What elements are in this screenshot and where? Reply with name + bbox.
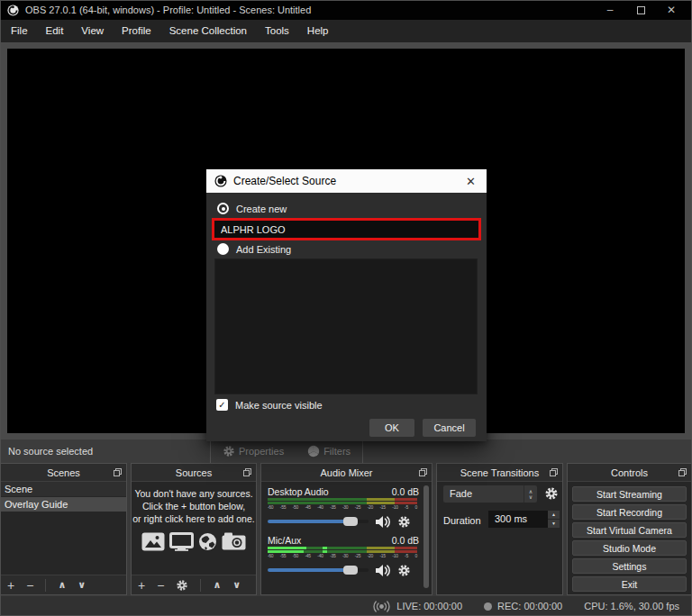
move-scene-down-button[interactable]: ∨ — [77, 579, 86, 591]
volume-slider[interactable] — [268, 562, 369, 578]
menu-scene-collection[interactable]: Scene Collection — [160, 20, 256, 42]
scene-list-item[interactable]: Scene — [1, 482, 126, 496]
meter-scale: -60-55-50-45-40-35-30-25-20-15-10-50 — [268, 553, 417, 558]
slider-handle[interactable] — [343, 517, 358, 526]
volume-slider[interactable] — [268, 513, 369, 530]
exit-button[interactable]: Exit — [572, 576, 687, 592]
spin-up-icon[interactable]: ▲ — [548, 511, 560, 519]
tick-label: -25 — [355, 504, 360, 510]
mic-aux-row: Mic/Aux 0.0 dB — [268, 535, 419, 546]
sources-empty-line: Click the + button below, — [132, 501, 256, 513]
source-status-row: No source selected Properties — [0, 439, 692, 463]
gear-icon[interactable] — [397, 564, 411, 577]
rec-status: REC: 00:00:00 — [484, 601, 562, 611]
add-existing-option[interactable]: Add Existing — [217, 243, 291, 255]
source-properties-button[interactable] — [176, 579, 188, 592]
radio-unselected-icon[interactable] — [217, 243, 229, 255]
dock-popout-icon[interactable] — [419, 468, 427, 476]
tick-label: -20 — [368, 553, 373, 558]
combo-spinner[interactable]: ∧ ∨ — [524, 485, 537, 503]
obs-logo-icon — [214, 175, 227, 187]
transition-gear-icon[interactable] — [544, 486, 559, 501]
live-status: LIVE: 00:00:00 — [372, 601, 462, 612]
tick-label: -45 — [305, 553, 310, 558]
dock-popout-icon[interactable] — [243, 468, 251, 476]
scene-transitions-title: Scene Transitions — [460, 467, 539, 478]
filters-label: Filters — [323, 446, 351, 457]
start-virtual-camera-button[interactable]: Start Virtual Camera — [572, 522, 687, 538]
meter-scale: -60-55-50-45-40-35-30-25-20-15-10-50 — [268, 504, 417, 510]
menu-profile[interactable]: Profile — [113, 20, 160, 42]
tick-label: -45 — [305, 504, 310, 510]
cpu-fps-text: CPU: 1.6%, 30.00 fps — [584, 601, 679, 611]
window-title: OBS 27.0.1 (64-bit, windows) - Profile: … — [25, 5, 311, 15]
speaker-icon[interactable] — [375, 515, 391, 529]
scene-list-item-selected[interactable]: Overlay Guide — [1, 497, 126, 512]
existing-sources-list[interactable] — [214, 258, 478, 394]
sources-panel-title: Sources — [176, 467, 212, 478]
tick-label: 0 — [414, 504, 416, 510]
menu-file[interactable]: File — [2, 20, 37, 42]
move-source-up-button[interactable]: ∧ — [213, 579, 221, 591]
minimize-button[interactable]: – — [596, 2, 624, 18]
globe-icon — [198, 532, 217, 551]
tick-label: -50 — [293, 504, 298, 510]
tick-label: -40 — [317, 504, 323, 510]
speaker-icon[interactable] — [375, 564, 391, 577]
controls-panel: Controls Start Streaming Start Recording… — [567, 463, 692, 595]
radio-selected-icon[interactable] — [217, 203, 229, 214]
filters-button[interactable]: Filters — [296, 439, 362, 463]
source-name-input[interactable] — [214, 221, 478, 238]
dock-popout-icon[interactable] — [114, 468, 122, 476]
studio-mode-button[interactable]: Studio Mode — [572, 540, 687, 556]
scrollbar[interactable] — [423, 485, 429, 588]
tick-label: -55 — [280, 504, 286, 510]
add-source-button[interactable]: + — [138, 576, 145, 594]
duration-spinner: ▲ ▼ — [548, 511, 560, 528]
maximize-button[interactable] — [627, 2, 654, 18]
live-time: LIVE: 00:00:00 — [396, 601, 462, 611]
slider-handle[interactable] — [343, 566, 358, 575]
properties-label: Properties — [239, 446, 284, 457]
meter-peak — [323, 547, 326, 549]
move-source-down-button[interactable]: ∨ — [232, 579, 241, 591]
source-name-highlight — [212, 218, 481, 240]
source-type-icons — [132, 532, 256, 551]
move-scene-up-button[interactable]: ∧ — [58, 579, 66, 591]
dock-popout-icon[interactable] — [678, 468, 687, 476]
properties-button[interactable]: Properties — [211, 439, 296, 463]
duration-label: Duration — [443, 515, 481, 526]
menu-edit[interactable]: Edit — [37, 20, 73, 42]
ok-button[interactable]: OK — [369, 419, 414, 437]
create-new-option[interactable]: Create new — [217, 203, 287, 214]
add-scene-button[interactable]: + — [7, 576, 14, 594]
checkbox-checked-icon[interactable]: ✓ — [216, 399, 228, 411]
controls-title: Controls — [611, 467, 648, 478]
transition-select[interactable]: Fade ∧ ∨ — [443, 485, 537, 503]
remove-scene-button[interactable]: − — [26, 576, 33, 594]
duration-input[interactable]: 300 ms — [488, 511, 548, 528]
tick-label: -30 — [342, 504, 348, 510]
menu-help[interactable]: Help — [298, 20, 338, 42]
close-button[interactable]: ✕ — [658, 2, 685, 18]
start-streaming-button[interactable]: Start Streaming — [572, 486, 687, 502]
channel-db-value: 0.0 dB — [392, 486, 419, 497]
dialog-close-button[interactable]: ✕ — [463, 175, 478, 188]
tick-label: -60 — [268, 504, 273, 510]
start-recording-button[interactable]: Start Recording — [572, 504, 687, 520]
tick-label: -10 — [392, 553, 397, 558]
spin-down-icon[interactable]: ▼ — [548, 520, 560, 528]
dock-popout-icon[interactable] — [550, 468, 558, 476]
toolbar-separator — [45, 579, 46, 592]
tick-label: -55 — [280, 553, 286, 558]
menu-tools[interactable]: Tools — [256, 20, 298, 42]
remove-source-button[interactable]: − — [157, 576, 164, 594]
settings-button[interactable]: Settings — [572, 558, 687, 574]
image-icon — [141, 532, 165, 551]
make-source-visible-option[interactable]: ✓ Make source visible — [216, 399, 323, 411]
gear-icon[interactable] — [397, 515, 411, 529]
cancel-button[interactable]: Cancel — [423, 419, 476, 437]
meter-channel — [268, 498, 417, 501]
menu-view[interactable]: View — [72, 20, 113, 42]
camera-icon — [222, 532, 246, 550]
